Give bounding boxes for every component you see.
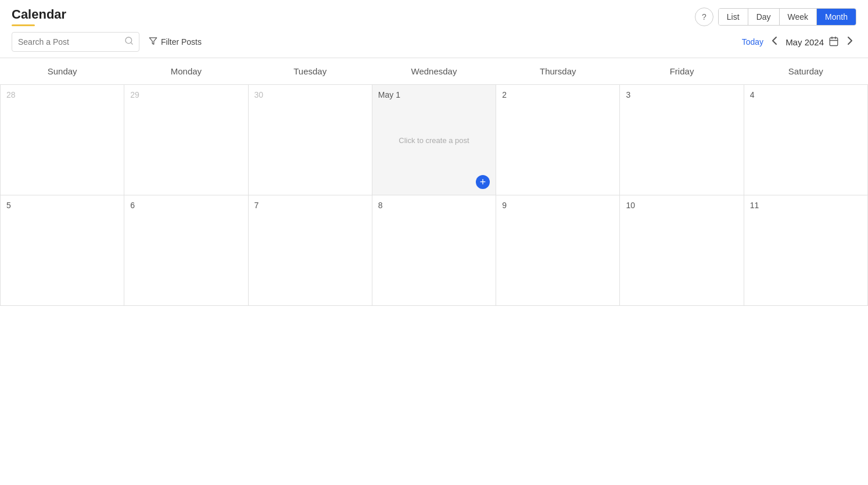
current-month-label: May 2024	[785, 37, 824, 47]
calendar-cell-1-4[interactable]: 9	[496, 195, 620, 306]
date-number: 10	[626, 201, 635, 210]
header-friday: Friday	[620, 58, 744, 85]
view-controls: ? List Day Week Month	[695, 8, 856, 26]
calendar-icon-button[interactable]	[828, 36, 839, 48]
toolbar-left: Filter Posts	[12, 32, 202, 52]
view-btn-day[interactable]: Day	[748, 9, 780, 25]
date-number: 29	[130, 90, 139, 99]
svg-rect-3	[830, 38, 838, 46]
date-number: 6	[130, 201, 135, 210]
calendar-cell-1-6[interactable]: 11	[744, 195, 867, 306]
date-number: 2	[502, 90, 507, 99]
calendar-cell-0-5[interactable]: 3	[620, 85, 744, 195]
add-post-button[interactable]: +	[476, 175, 490, 189]
svg-line-1	[131, 42, 132, 44]
filter-posts-label: Filter Posts	[161, 37, 202, 47]
calendar-cell-0-1[interactable]: 29	[124, 85, 248, 195]
date-number: 28	[6, 90, 16, 99]
calendar-cell-0-2[interactable]: 30	[248, 85, 372, 195]
header-saturday: Saturday	[744, 58, 867, 85]
calendar-cell-1-0[interactable]: 5	[1, 195, 124, 306]
svg-marker-2	[149, 38, 157, 44]
view-btn-month[interactable]: Month	[817, 9, 856, 25]
header-thursday: Thursday	[496, 58, 620, 85]
calendar-cell-1-2[interactable]: 7	[248, 195, 372, 306]
header-monday: Monday	[124, 58, 248, 85]
calendar-cell-1-5[interactable]: 10	[620, 195, 744, 306]
view-btn-list[interactable]: List	[719, 9, 748, 25]
calendar-week-1: 567891011	[1, 195, 868, 306]
view-btn-week[interactable]: Week	[780, 9, 817, 25]
day-header-row: Sunday Monday Tuesday Wednesday Thursday…	[1, 58, 868, 85]
search-box	[12, 32, 139, 52]
view-btn-group: List Day Week Month	[718, 8, 856, 26]
calendar-cell-0-4[interactable]: 2	[496, 85, 620, 195]
title-area: Calendar	[12, 7, 66, 26]
date-number: 4	[750, 90, 755, 99]
calendar-week-0: 282930May 1Click to create a post+234	[1, 85, 868, 195]
filter-posts-button[interactable]: Filter Posts	[149, 37, 202, 47]
date-number: 11	[750, 201, 759, 210]
header-tuesday: Tuesday	[248, 58, 372, 85]
date-number: 9	[502, 201, 507, 210]
next-month-button[interactable]	[844, 34, 856, 50]
date-number: 5	[6, 201, 11, 210]
date-number: 8	[378, 201, 383, 210]
header-sunday: Sunday	[1, 58, 124, 85]
filter-icon	[149, 37, 157, 47]
app-title: Calendar	[12, 7, 66, 22]
prev-month-button[interactable]	[768, 34, 781, 50]
header-wednesday: Wednesday	[372, 58, 496, 85]
search-input[interactable]	[18, 37, 120, 47]
toolbar: Filter Posts Today May 2024	[0, 26, 868, 58]
search-icon	[124, 36, 134, 48]
toolbar-right: Today May 2024	[742, 34, 856, 50]
date-number: 7	[254, 201, 259, 210]
app-header: Calendar ? List Day Week Month	[0, 0, 868, 26]
calendar-cell-1-1[interactable]: 6	[124, 195, 248, 306]
help-button[interactable]: ?	[695, 8, 713, 26]
month-display: May 2024	[785, 36, 839, 48]
today-button[interactable]: Today	[742, 37, 763, 47]
title-underline	[12, 24, 35, 26]
calendar-cell-0-0[interactable]: 28	[1, 85, 124, 195]
calendar-cell-0-3[interactable]: May 1Click to create a post+	[372, 85, 496, 195]
date-number: May 1	[378, 90, 400, 99]
calendar-cell-0-6[interactable]: 4	[744, 85, 867, 195]
date-number: 30	[254, 90, 264, 99]
date-number: 3	[626, 90, 630, 99]
create-post-hint: Click to create a post	[399, 135, 469, 144]
calendar-table: Sunday Monday Tuesday Wednesday Thursday…	[0, 58, 868, 306]
calendar-cell-1-3[interactable]: 8	[372, 195, 496, 306]
